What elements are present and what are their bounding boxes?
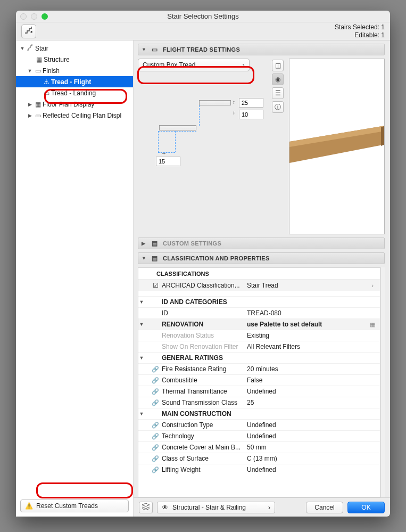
link-icon: 🔗 [149, 377, 162, 384]
cancel-button[interactable]: Cancel [306, 502, 343, 513]
prop-value[interactable]: Undefined [247, 388, 367, 395]
group-title: RENOVATION [162, 321, 247, 328]
titlebar: Stair Selection Settings [16, 11, 390, 22]
preview-3d-icon[interactable]: ◉ [272, 73, 284, 85]
prop-label: Class of Surface [162, 455, 247, 462]
main-panel: ▼ ▭ FLIGHT TREAD SETTINGS Custom Box Tre… [134, 40, 390, 517]
prop-label: Renovation Status [162, 332, 247, 339]
ok-button[interactable]: OK [347, 502, 385, 513]
link-icon: 🔗 [149, 433, 162, 440]
prop-value[interactable]: 50 mm [247, 444, 367, 451]
warning-icon: ⚠ [42, 78, 51, 86]
row-concrete-cover[interactable]: 🔗 Concrete Cover at Main B... 50 mm [138, 441, 380, 453]
tread-3d-preview[interactable] [289, 59, 385, 234]
chevron-right-icon[interactable]: › [367, 282, 378, 289]
layer-combination-button[interactable] [139, 502, 153, 513]
prop-label: Technology [162, 432, 247, 440]
stair-icon [26, 44, 35, 53]
reset-custom-treads-button[interactable]: ⚠️ Reset Custom Treads [20, 500, 129, 512]
prop-value[interactable]: Undefined [247, 466, 367, 473]
floorplan-icon: ▦ [33, 101, 43, 108]
prop-value: Existing [247, 332, 367, 339]
tread-type-selector[interactable]: Custom Box Tread › [138, 59, 250, 71]
favorites-button[interactable] [21, 24, 36, 38]
row-fire-rating[interactable]: 🔗 Fire Resistance Rating 20 minutes [138, 363, 380, 374]
tree-item-structure[interactable]: ▦ Structure [16, 54, 133, 65]
row-archicad-classification[interactable]: ☑ ARCHICAD Classification... Stair Tread… [138, 280, 380, 291]
stairs-selected-label: Stairs Selected: 1 [335, 23, 385, 31]
group-id-categories[interactable]: ▼ ID AND CATEGORIES [138, 296, 380, 307]
tree-label: Finish [43, 67, 60, 75]
link-icon: 🔗 [149, 399, 162, 406]
prop-value[interactable]: Undefined [247, 432, 367, 440]
prop-value[interactable]: Undefined [247, 421, 367, 429]
tree-item-finish[interactable]: ▼ ▭ Finish [16, 65, 133, 76]
row-lifting-weight[interactable]: 🔗 Lifting Weight Undefined [138, 464, 380, 475]
tree-item-floor-plan[interactable]: ▶ ▦ Floor Plan Display [16, 99, 133, 110]
nav-tree[interactable]: ▼ Stair ▦ Structure ▼ ▭ Finish ⚠ [16, 40, 133, 495]
row-id[interactable]: ID TREAD-080 [138, 307, 380, 318]
tree-label: Tread - Flight [51, 78, 91, 86]
tree-item-tread-flight[interactable]: ⚠ Tread - Flight [16, 76, 133, 87]
prop-label: Sound Transmission Class [162, 399, 247, 406]
row-renovation-status[interactable]: Renovation Status Existing [138, 330, 380, 341]
layer-selector[interactable]: 👁 Structural - Stair & Railing › [157, 502, 275, 513]
flight-tread-body: Custom Box Tread › ↕ ↕ [138, 59, 385, 234]
layer-name: Structural - Stair & Railing [172, 504, 246, 511]
group-classifications[interactable]: CLASSIFICATIONS [138, 268, 380, 280]
properties-icon: ▤ [151, 255, 159, 262]
tree-item-rcp[interactable]: ▶ ▭ Reflected Ceiling Plan Displ [16, 110, 133, 121]
row-thermal[interactable]: 🔗 Thermal Transmittance Undefined [138, 386, 380, 397]
section-title: FLIGHT TREAD SETTINGS [163, 46, 240, 53]
row-combustible[interactable]: 🔗 Combustible False [138, 374, 380, 386]
row-surface-class[interactable]: 🔗 Class of Surface C (13 mm) [138, 453, 380, 464]
checkbox-checked-icon[interactable]: ☑ [149, 282, 162, 289]
link-icon: 🔗 [149, 466, 162, 473]
preview-top-icon[interactable]: ◫ [272, 60, 284, 71]
prop-value[interactable]: C (13 mm) [247, 455, 367, 462]
chevron-down-icon: ▼ [142, 256, 147, 261]
row-construction-type[interactable]: 🔗 Construction Type Undefined [138, 419, 380, 430]
row-stc[interactable]: 🔗 Sound Transmission Class 25 [138, 397, 380, 408]
tread-type-label: Custom Box Tread [143, 61, 195, 69]
layers-icon [142, 503, 150, 512]
row-technology[interactable]: 🔗 Technology Undefined [138, 430, 380, 441]
prop-value[interactable]: TREAD-080 [247, 309, 367, 317]
info-icon[interactable]: ⓘ [272, 101, 284, 113]
structure-icon: ▦ [34, 56, 44, 63]
chevron-right-icon: › [268, 504, 270, 511]
prop-value[interactable]: 25 [247, 399, 367, 406]
row-renovation-show[interactable]: Show On Renovation Filter All Relevant F… [138, 341, 380, 352]
tree-item-stair[interactable]: ▼ Stair [16, 43, 133, 54]
finish-icon: ▭ [33, 67, 43, 75]
scrollbar[interactable] [380, 267, 385, 497]
group-main-construction[interactable]: ▼ MAIN CONSTRUCTION [138, 408, 380, 419]
stair-icon [24, 26, 34, 37]
nav-tree-panel: ▼ Stair ▦ Structure ▼ ▭ Finish ⚠ [16, 40, 134, 517]
prop-value[interactable]: False [247, 377, 367, 384]
section-classification[interactable]: ▼ ▤ CLASSIFICATION AND PROPERTIES [138, 252, 385, 264]
preview-section-icon[interactable]: ☰ [272, 87, 284, 99]
tread-thickness-input[interactable] [239, 98, 263, 108]
brick-icon: ▦ [367, 321, 378, 328]
prop-value[interactable]: 20 minutes [247, 365, 367, 373]
tread-nosing-input[interactable] [156, 157, 180, 166]
tree-item-tread-landing[interactable]: ▭ Tread - Landing [16, 87, 133, 99]
group-general-ratings[interactable]: ▼ GENERAL RATINGS [138, 352, 380, 363]
tread-offset-input[interactable] [239, 110, 263, 119]
group-title: MAIN CONSTRUCTION [162, 410, 247, 418]
section-flight-tread[interactable]: ▼ ▭ FLIGHT TREAD SETTINGS [138, 44, 385, 55]
classification-table: CLASSIFICATIONS ☑ ARCHICAD Classificatio… [138, 267, 380, 497]
prop-label: Combustible [162, 377, 247, 384]
group-title: ID AND CATEGORIES [162, 298, 247, 306]
section-custom-settings[interactable]: ▶ ▤ CUSTOM SETTINGS [138, 238, 385, 249]
group-renovation[interactable]: ▼ RENOVATION use Palette to set default … [138, 318, 380, 330]
button-label: Cancel [314, 504, 334, 511]
window-title: Stair Selection Settings [16, 12, 390, 20]
button-label: OK [361, 504, 370, 511]
tread-icon: ▭ [151, 46, 159, 53]
chevron-down-icon: ▼ [142, 47, 147, 52]
tree-label: Structure [44, 56, 70, 63]
tree-label: Stair [35, 45, 48, 52]
eye-icon: 👁 [162, 504, 168, 511]
